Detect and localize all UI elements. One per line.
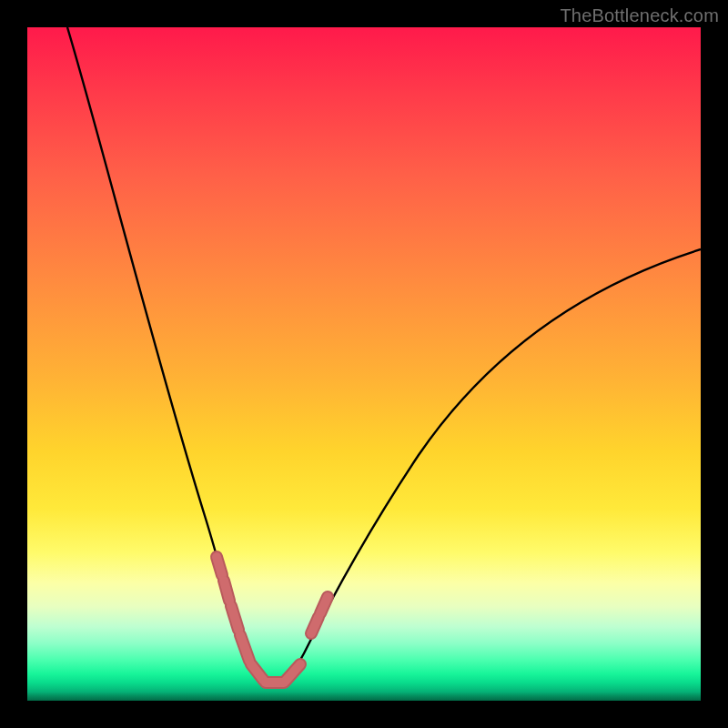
plot-area <box>27 27 701 701</box>
chart-frame: TheBottleneck.com <box>0 0 728 728</box>
watermark-text: TheBottleneck.com <box>560 5 719 26</box>
bottleneck-curve <box>67 27 701 687</box>
curve-layer <box>27 27 701 701</box>
